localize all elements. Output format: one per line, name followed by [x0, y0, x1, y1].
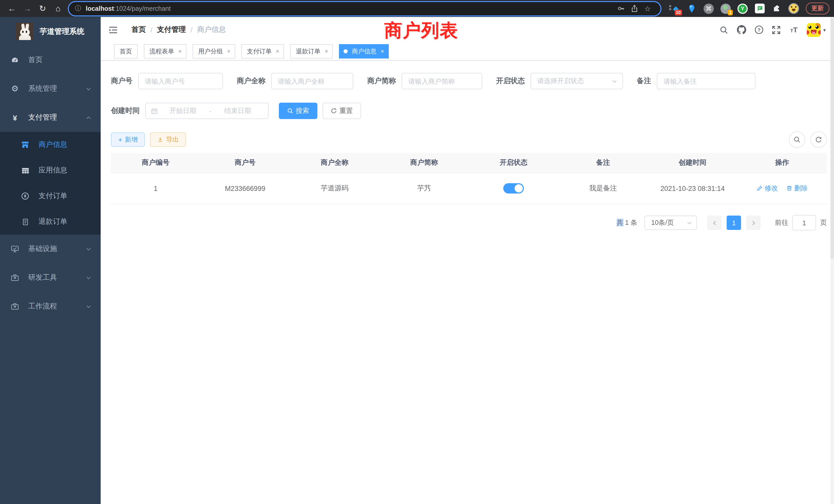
extension-status-icon[interactable]: 1 [719, 2, 733, 15]
address-bar[interactable]: ⓘ localhost:1024/pay/merchant ☆ [69, 2, 660, 15]
browser-menu-icon[interactable]: ⋮ [832, 4, 834, 13]
extension-command-icon[interactable]: ⌘ [702, 2, 716, 15]
shop-icon [19, 141, 31, 149]
breadcrumb-section[interactable]: 支付管理 [157, 25, 186, 35]
status-select[interactable]: 请选择开启状态 [530, 73, 623, 89]
app-logo[interactable]: 芋道管理系统 [0, 17, 101, 46]
table-toolbar: + 新增 导出 [111, 131, 827, 148]
font-size-icon[interactable]: TT [785, 26, 803, 33]
close-icon[interactable]: × [276, 48, 279, 54]
chevron-down-icon [86, 246, 91, 252]
yen-circle-icon: ¥ [19, 192, 31, 200]
goto-page-input[interactable] [792, 215, 816, 230]
sidebar-item-workflow[interactable]: 工作流程 [0, 292, 101, 321]
tab-refund-order[interactable]: 退款订单× [290, 44, 333, 59]
col-status: 开启状态 [469, 153, 558, 173]
search-icon [287, 108, 293, 114]
status-toggle[interactable] [503, 183, 524, 193]
sidebar-item-infra[interactable]: 基础设施 [0, 234, 101, 263]
delete-link[interactable]: 删除 [786, 184, 808, 193]
pay-submenu: 商户信息 应用信息 ¥ 支付订单 [0, 132, 101, 234]
show-search-button[interactable] [789, 131, 805, 148]
share-icon[interactable] [628, 5, 641, 12]
help-icon[interactable]: ? [750, 25, 768, 35]
merchant-no-input[interactable] [138, 73, 223, 89]
page-size-select[interactable]: 10条/页 [644, 215, 697, 230]
edit-link[interactable]: 修改 [756, 184, 778, 193]
sidebar-item-home[interactable]: 首页 [0, 46, 101, 74]
download-icon [157, 137, 163, 143]
hamburger-icon[interactable] [109, 26, 118, 33]
fullscreen-icon[interactable] [768, 25, 785, 34]
cell-merchant-code: M233666999 [200, 173, 290, 204]
merchant-short-input[interactable] [401, 73, 482, 89]
merchant-name-label: 商户全称 [237, 76, 265, 86]
sidebar-item-devtools[interactable]: 研发工具 [0, 263, 101, 292]
col-actions: 操作 [738, 153, 827, 173]
browser-home-icon[interactable]: ⌂ [50, 0, 66, 17]
extension-chat-icon[interactable] [752, 2, 767, 15]
chevron-up-icon [86, 115, 91, 120]
tab-process-form[interactable]: 流程表单× [144, 44, 186, 59]
chevron-down-icon [612, 78, 617, 84]
password-key-icon[interactable] [614, 5, 628, 12]
tab-home[interactable]: 首页 [114, 44, 138, 59]
close-icon[interactable]: × [380, 48, 384, 54]
tab-merchant-info[interactable]: 商户信息× [339, 44, 389, 59]
avatar-caret-icon[interactable]: ▾ [823, 27, 826, 32]
briefcase-icon [9, 302, 21, 311]
document-icon [19, 218, 31, 226]
browser-reload-icon[interactable]: ↻ [35, 0, 50, 17]
reset-button[interactable]: 重置 [323, 102, 361, 119]
profile-avatar-icon[interactable] [786, 2, 800, 15]
sidebar-item-refund-order[interactable]: 退款订单 [0, 209, 101, 234]
close-icon[interactable]: × [227, 48, 231, 54]
tab-user-group[interactable]: 用户分组× [193, 44, 235, 59]
page-number-1[interactable]: 1 [727, 215, 741, 230]
github-icon[interactable] [733, 25, 750, 35]
chevron-right-icon [750, 220, 756, 226]
col-merchant-code: 商户号 [200, 153, 290, 173]
cell-merchant-name: 芋道源码 [290, 173, 379, 204]
scrollbar-thumb[interactable] [830, 18, 834, 259]
cell-status [469, 173, 558, 204]
prev-page-button[interactable] [707, 215, 722, 230]
sidebar-item-merchant-info[interactable]: 商户信息 [0, 132, 101, 158]
sidebar-item-pay-order[interactable]: ¥ 支付订单 [0, 183, 101, 209]
extension-pin-icon[interactable] [684, 2, 699, 15]
tab-pay-order[interactable]: 支付订单× [241, 44, 284, 59]
remark-input[interactable] [657, 73, 755, 89]
merchant-name-input[interactable] [271, 73, 353, 89]
user-avatar[interactable] [807, 23, 821, 37]
filter-form-row-2: 创建时间 开始日期 - 结束日期 搜索 重置 [111, 102, 827, 119]
close-icon[interactable]: × [178, 48, 182, 54]
site-info-icon[interactable]: ⓘ [75, 4, 81, 13]
svg-text:?: ? [758, 27, 761, 32]
bookmark-star-icon[interactable]: ☆ [641, 4, 654, 13]
col-merchant-short: 商户简称 [379, 153, 469, 173]
extension-diamond-icon[interactable]: ◆ 10 [667, 2, 682, 15]
add-button[interactable]: + 新增 [111, 132, 145, 147]
yen-icon: ¥ [9, 114, 21, 121]
extension-y-icon[interactable]: Y [736, 2, 750, 15]
refresh-table-button[interactable] [810, 131, 827, 148]
sidebar-item-system[interactable]: ⚙ 系统管理 [0, 74, 101, 103]
search-button[interactable]: 搜索 [279, 102, 317, 119]
next-page-button[interactable] [746, 215, 761, 230]
close-icon[interactable]: × [325, 48, 328, 54]
page-scrollbar[interactable] [830, 17, 834, 504]
create-time-label: 创建时间 [111, 106, 140, 115]
date-range-picker[interactable]: 开始日期 - 结束日期 [145, 102, 269, 119]
export-button[interactable]: 导出 [150, 132, 186, 147]
extensions-puzzle-icon[interactable] [769, 2, 784, 15]
col-merchant-id: 商户编号 [111, 153, 200, 173]
browser-back-icon[interactable]: ← [4, 0, 20, 17]
merchant-short-label: 商户简称 [367, 76, 396, 86]
pagination: 共 1 条 10条/页 1 前往 页 [111, 215, 827, 230]
sidebar-item-pay[interactable]: ¥ 支付管理 [0, 103, 101, 132]
browser-update-button[interactable]: 更新 [806, 3, 829, 14]
browser-forward-icon[interactable]: → [20, 0, 35, 17]
sidebar-item-app-info[interactable]: 应用信息 [0, 158, 101, 183]
breadcrumb-home[interactable]: 首页 [131, 25, 146, 35]
header-search-icon[interactable] [716, 25, 733, 34]
